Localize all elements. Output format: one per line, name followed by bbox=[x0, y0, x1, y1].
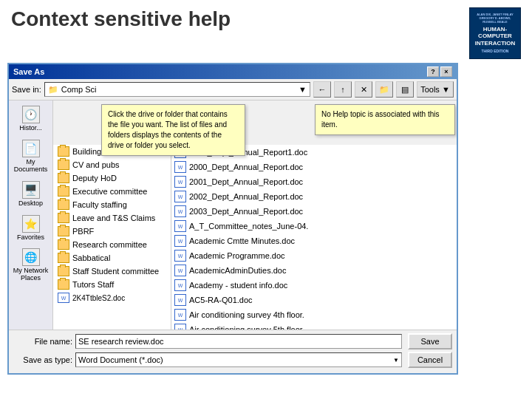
folder-panel[interactable]: Building Drawings CV and pubs Deputy HoD… bbox=[53, 145, 171, 330]
dialog-title: Save As bbox=[13, 67, 44, 76]
desktop-icon: 🖥️ bbox=[22, 181, 40, 199]
list-item[interactable]: W A_T_Committee_notes_June-04. bbox=[171, 219, 457, 233]
dialog-sidebar: 🕐 Histor... 📄 My Documents 🖥️ Desktop ⭐ … bbox=[9, 100, 53, 330]
list-item[interactable]: Deputy HoD bbox=[53, 171, 171, 185]
list-item[interactable]: Faculty staffing bbox=[53, 198, 171, 211]
folder-icon bbox=[58, 146, 69, 157]
list-item[interactable]: CV and pubs bbox=[53, 158, 171, 171]
doc-icon: W bbox=[174, 161, 186, 173]
folder-icon bbox=[58, 226, 69, 236]
folder-icon-inline: 📁 bbox=[48, 85, 58, 95]
list-item[interactable]: W AC5-RA-Q01.doc bbox=[171, 293, 457, 307]
file-name: Academy - student info.doc bbox=[189, 281, 287, 290]
doc-icon: W bbox=[174, 309, 186, 321]
up-button[interactable]: ↑ bbox=[334, 81, 352, 98]
doc-icon: W bbox=[174, 235, 186, 247]
dialog-titlebar: Save As ? × bbox=[9, 64, 457, 79]
combo-dropdown-arrow: ▼ bbox=[299, 85, 307, 94]
tools-button[interactable]: Tools ▼ bbox=[417, 81, 454, 98]
folder-icon bbox=[58, 266, 69, 276]
list-item[interactable]: W Academic Programme.doc bbox=[171, 248, 457, 263]
folder-icon bbox=[58, 253, 69, 263]
dialog-main: 🕐 Histor... 📄 My Documents 🖥️ Desktop ⭐ … bbox=[9, 100, 457, 330]
sidebar-label-documents: My Documents bbox=[12, 159, 50, 174]
sidebar-item-favorites[interactable]: ⭐ Favorites bbox=[10, 213, 51, 244]
titlebar-buttons: ? × bbox=[427, 66, 452, 77]
doc-icon: W bbox=[174, 294, 186, 306]
list-item[interactable]: Executive committee bbox=[53, 185, 171, 198]
doc-icon: W bbox=[174, 176, 186, 188]
delete-button[interactable]: ✕ bbox=[355, 81, 372, 98]
history-icon: 🕐 bbox=[22, 106, 40, 123]
dialog-bottom: File name: Save Save as type: Word Docum… bbox=[9, 330, 457, 373]
filename-input[interactable] bbox=[75, 334, 402, 349]
list-item[interactable]: PBRF bbox=[53, 225, 171, 238]
file-panel[interactable]: No Help topic is associated with this it… bbox=[171, 145, 457, 330]
savetype-combo[interactable]: Word Document (*.doc) ▼ bbox=[75, 352, 402, 367]
folder-name: CV and pubs bbox=[72, 160, 120, 169]
list-item[interactable]: W 2K4TtbleS2.doc bbox=[53, 291, 171, 304]
sidebar-item-network[interactable]: 🌐 My Network Places bbox=[10, 246, 51, 284]
savetype-label: Save as type: bbox=[13, 355, 72, 364]
sidebar-label-history: Histor... bbox=[19, 125, 42, 132]
list-item[interactable]: W 2001_Dept_Annual_Report.doc bbox=[171, 174, 457, 189]
file-name: 2003_Dept_Annual_Report.doc bbox=[189, 207, 303, 216]
list-item[interactable]: W AcademicAdminDuties.doc bbox=[171, 263, 457, 278]
tooltip-left: Click the drive or folder that contains … bbox=[101, 104, 245, 156]
sidebar-item-desktop[interactable]: 🖥️ Desktop bbox=[10, 179, 51, 210]
folder-name: Executive committee bbox=[72, 187, 147, 196]
doc-icon: W bbox=[174, 324, 186, 330]
list-item[interactable]: W 2002_Dept_Annual_Report.doc bbox=[171, 189, 457, 204]
list-item[interactable]: Tutors Staff bbox=[53, 278, 171, 291]
list-item[interactable]: W Academy - student info.doc bbox=[171, 278, 457, 293]
filename-label: File name: bbox=[13, 337, 72, 346]
shortcut-icon: W bbox=[58, 293, 69, 303]
sidebar-item-documents[interactable]: 📄 My Documents bbox=[10, 137, 51, 176]
doc-icon: W bbox=[174, 279, 186, 291]
folder-icon bbox=[58, 186, 69, 197]
cancel-button[interactable]: Cancel bbox=[408, 352, 452, 368]
action-buttons: Save bbox=[408, 333, 452, 349]
views-button[interactable]: ▤ bbox=[396, 81, 414, 98]
doc-icon: W bbox=[174, 265, 186, 276]
doc-icon: W bbox=[174, 191, 186, 202]
new-folder-button[interactable]: 📁 bbox=[375, 81, 393, 98]
doc-icon: W bbox=[174, 205, 186, 217]
folder-icon bbox=[58, 279, 69, 290]
network-icon: 🌐 bbox=[22, 248, 40, 266]
dialog-filelist: Click the drive or folder that contains … bbox=[53, 100, 457, 330]
folder-icon bbox=[58, 239, 69, 250]
list-item[interactable]: Leave and T&S Claims bbox=[53, 211, 171, 225]
file-name: 2000_Dept_Annual_Report.doc bbox=[189, 163, 303, 171]
close-button[interactable]: × bbox=[440, 66, 452, 77]
save-button[interactable]: Save bbox=[408, 333, 452, 349]
folder-icon bbox=[58, 173, 69, 183]
list-item[interactable]: Sabbatical bbox=[53, 251, 171, 265]
list-item[interactable]: Research committee bbox=[53, 238, 171, 251]
favorites-icon: ⭐ bbox=[22, 215, 40, 233]
book-cover: ALAN DIX, JANET FINLAYGREGORY D. ABOWD, … bbox=[469, 7, 521, 59]
dialog-toolbar: Save in: 📁 Comp Sci ▼ ← ↑ ✕ 📁 ▤ Tools ▼ bbox=[9, 79, 457, 100]
doc-icon: W bbox=[174, 220, 186, 232]
sidebar-label-desktop: Desktop bbox=[18, 200, 43, 208]
save-in-label: Save in: bbox=[12, 85, 41, 94]
list-item[interactable]: Staff Student committee bbox=[53, 265, 171, 278]
folder-icon bbox=[58, 213, 69, 223]
savetype-row: Save as type: Word Document (*.doc) ▼ Ca… bbox=[13, 352, 452, 368]
folder-name: Leave and T&S Claims bbox=[72, 214, 155, 222]
folder-name: PBRF bbox=[72, 227, 94, 236]
save-in-combo[interactable]: 📁 Comp Sci ▼ bbox=[44, 82, 310, 97]
list-item[interactable]: W 2003_Dept_Annual_Report.doc bbox=[171, 204, 457, 219]
file-name: A_T_Committee_notes_June-04. bbox=[189, 222, 308, 231]
cancel-button-group: Cancel bbox=[408, 352, 452, 368]
book-edition: THIRD EDITION bbox=[482, 49, 509, 53]
sidebar-item-history[interactable]: 🕐 Histor... bbox=[10, 103, 51, 134]
folder-name: Research committee bbox=[72, 240, 147, 249]
help-button[interactable]: ? bbox=[427, 66, 439, 77]
list-item[interactable]: W Air conditioning survey 5th floor. bbox=[171, 322, 457, 330]
page-title: Context sensitive help bbox=[11, 7, 231, 31]
list-item[interactable]: W 2000_Dept_Annual_Report.doc bbox=[171, 160, 457, 174]
list-item[interactable]: W Academic Cmtte Minutes.doc bbox=[171, 233, 457, 248]
list-item[interactable]: W Air conditioning survey 4th floor. bbox=[171, 307, 457, 322]
back-button[interactable]: ← bbox=[313, 81, 331, 98]
